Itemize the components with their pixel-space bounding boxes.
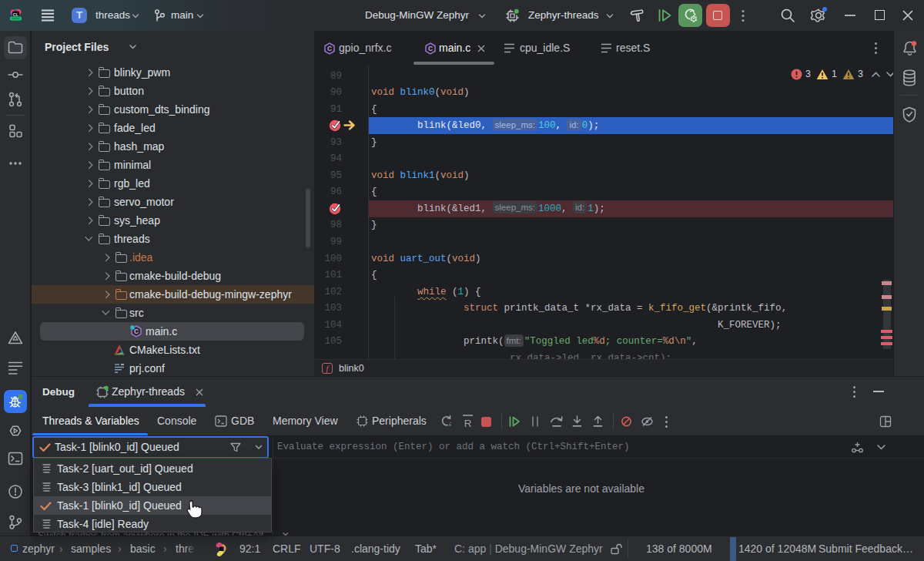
- svg-text:C: C: [327, 45, 332, 52]
- svg-text:R: R: [464, 418, 472, 428]
- svg-text:C: C: [428, 45, 433, 52]
- svg-text:CL: CL: [13, 12, 19, 17]
